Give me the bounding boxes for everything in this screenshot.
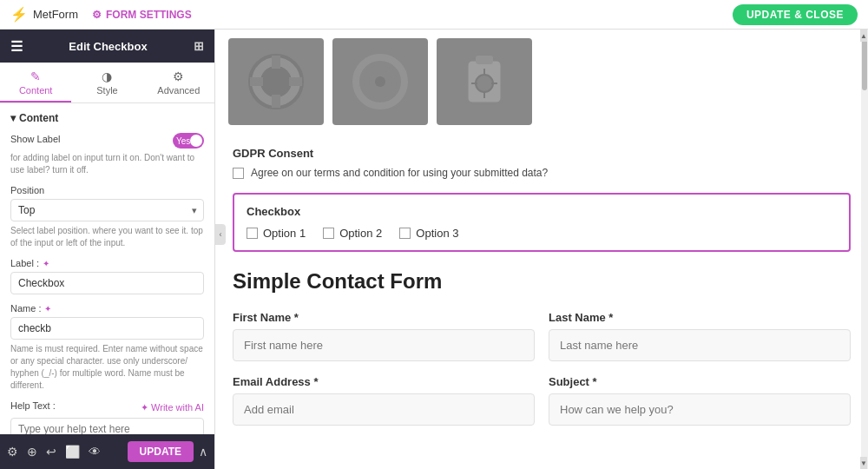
update-close-button[interactable]: UPDATE & CLOSE	[733, 4, 858, 25]
subject-label: Subject *	[549, 375, 851, 388]
form-title: Simple Contact Form	[233, 269, 851, 294]
last-name-input[interactable]	[549, 329, 851, 361]
option1-label: Option 1	[263, 227, 306, 240]
position-select[interactable]: Top Left Right	[10, 199, 204, 221]
update-button[interactable]: UPDATE	[128, 441, 194, 462]
position-row: Position Top Left Right Select label pos…	[10, 185, 204, 249]
product-images	[215, 30, 868, 134]
last-name-label: Last Name *	[549, 311, 851, 324]
checkbox-section-title: Checkbox	[247, 205, 837, 218]
show-label-row: Show Label Yes for adding label on input…	[10, 133, 204, 176]
position-note: Select label position. where you want to…	[10, 225, 204, 249]
checkbox-section: Checkbox Option 1 Option 2 Option 3	[233, 193, 851, 252]
logo-icon: ⚡	[10, 6, 28, 23]
option2-checkbox[interactable]	[323, 228, 334, 239]
show-label-label: Show Label	[10, 134, 61, 144]
main-layout: ☰ Edit Checkbox ⊞ ✎ Content ◑ Style ⚙ Ad…	[0, 30, 868, 469]
product-image-3	[437, 38, 532, 125]
checkbox-option-3[interactable]: Option 3	[399, 227, 458, 240]
sidebar-content: ▾ Content Show Label Yes for adding labe…	[0, 103, 214, 434]
sidebar-header: ☰ Edit Checkbox ⊞	[0, 30, 214, 63]
scroll-down-arrow[interactable]: ▼	[860, 457, 867, 469]
tab-content[interactable]: ✎ Content	[0, 63, 71, 102]
name-input[interactable]	[10, 317, 204, 340]
subject-field: Subject *	[549, 375, 851, 426]
gdpr-checkbox[interactable]	[233, 168, 244, 179]
logo-area: ⚡ MetForm	[10, 6, 78, 23]
toggle-yes-label: Yes	[176, 136, 190, 146]
svg-rect-2	[272, 56, 280, 69]
form-settings-link[interactable]: ⚙ FORM SETTINGS	[92, 9, 192, 21]
option3-checkbox[interactable]	[399, 228, 411, 239]
gdpr-label: Agree on our terms and condition for usi…	[251, 167, 548, 179]
form-row-2: Email Address * Subject *	[233, 375, 851, 426]
scroll-thumb[interactable]	[862, 38, 867, 90]
form-row-1: First Name * Last Name *	[233, 311, 851, 361]
hamburger-icon[interactable]: ☰	[10, 38, 23, 55]
label-input[interactable]	[10, 272, 204, 294]
checkbox-option-2[interactable]: Option 2	[323, 227, 382, 240]
first-name-label: First Name *	[233, 311, 535, 324]
name-field-label: Name : ✦	[10, 303, 204, 314]
name-field-row: Name : ✦ Name is must required. Enter na…	[10, 303, 204, 392]
template-tool-icon[interactable]: ⬜	[65, 445, 80, 459]
show-label-toggle[interactable]: Yes	[173, 133, 204, 149]
position-label: Position	[10, 185, 204, 195]
first-name-input[interactable]	[233, 329, 535, 361]
scroll-up-arrow[interactable]: ▲	[860, 30, 867, 42]
content-tab-icon: ✎	[30, 69, 41, 83]
write-ai-link[interactable]: ✦ Write with AI	[141, 402, 204, 413]
checkbox-options: Option 1 Option 2 Option 3	[247, 227, 837, 240]
svg-point-8	[375, 76, 385, 87]
name-sparkle-icon: ✦	[44, 304, 51, 314]
product-image-2	[332, 38, 428, 125]
option3-label: Option 3	[416, 227, 458, 240]
show-label-note: for adding label on input turn it on. Do…	[10, 152, 204, 176]
subject-input[interactable]	[549, 393, 851, 426]
checkbox-option-1[interactable]: Option 1	[247, 227, 306, 240]
sidebar-title: Edit Checkbox	[69, 40, 147, 53]
email-input[interactable]	[233, 393, 535, 426]
last-name-field: Last Name *	[549, 311, 851, 361]
help-text-row: Help Text : ✦ Write with AI	[10, 400, 204, 434]
expand-icon[interactable]: ∧	[199, 445, 207, 459]
content-tab-label: Content	[19, 85, 53, 96]
first-name-field: First Name *	[233, 311, 535, 361]
collapse-toggle[interactable]: ‹	[215, 224, 226, 245]
position-select-wrapper: Top Left Right	[10, 199, 204, 221]
advanced-tab-label: Advanced	[157, 85, 200, 96]
chevron-down-icon: ▾	[10, 112, 16, 124]
option1-checkbox[interactable]	[247, 228, 258, 239]
help-text-label: Help Text :	[10, 400, 56, 411]
tool-icons: ⚙ ⊕ ↩ ⬜ 👁	[7, 445, 101, 459]
svg-point-1	[260, 66, 292, 97]
svg-rect-4	[250, 77, 263, 86]
svg-rect-3	[272, 95, 280, 108]
help-text-input[interactable]	[10, 418, 204, 434]
layers-tool-icon[interactable]: ⊕	[27, 445, 37, 459]
gdpr-section: GDPR Consent Agree on our terms and cond…	[233, 147, 851, 179]
gdpr-check-row: Agree on our terms and condition for usi…	[233, 167, 851, 179]
style-tab-label: Style	[96, 85, 117, 96]
grid-icon[interactable]: ⊞	[194, 39, 204, 53]
advanced-tab-icon: ⚙	[173, 69, 184, 83]
tab-advanced[interactable]: ⚙ Advanced	[143, 63, 214, 102]
email-field: Email Address *	[233, 375, 535, 426]
tabs-row: ✎ Content ◑ Style ⚙ Advanced	[0, 63, 214, 103]
topbar: ⚡ MetForm ⚙ FORM SETTINGS UPDATE & CLOSE	[0, 0, 868, 30]
option2-label: Option 2	[339, 227, 382, 240]
settings-tool-icon[interactable]: ⚙	[7, 445, 18, 459]
content-area: GDPR Consent Agree on our terms and cond…	[215, 30, 868, 469]
toggle-row: Show Label Yes	[10, 133, 204, 149]
scroll-track[interactable]	[861, 30, 868, 469]
brand-name: MetForm	[33, 8, 78, 21]
email-label: Email Address *	[233, 375, 535, 388]
sidebar: ☰ Edit Checkbox ⊞ ✎ Content ◑ Style ⚙ Ad…	[0, 30, 215, 469]
settings-icon: ⚙	[92, 9, 102, 21]
tab-style[interactable]: ◑ Style	[71, 63, 142, 102]
form-settings-label: FORM SETTINGS	[106, 9, 192, 21]
style-tab-icon: ◑	[102, 69, 112, 83]
header-icons: ⊞	[194, 39, 204, 53]
history-tool-icon[interactable]: ↩	[46, 445, 56, 459]
preview-tool-icon[interactable]: 👁	[89, 445, 101, 459]
